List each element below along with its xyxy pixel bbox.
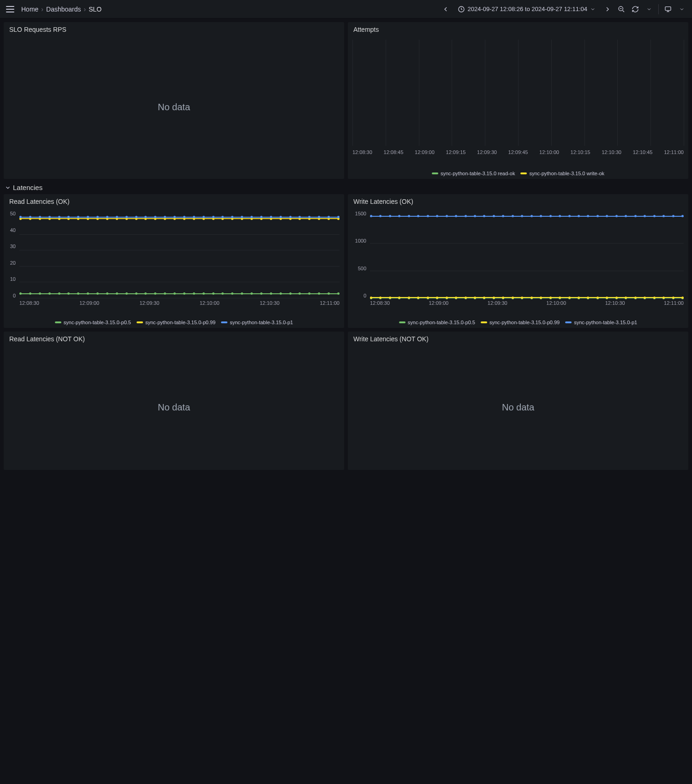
refresh-interval-button[interactable]: [643, 3, 656, 16]
chevron-down-icon: [646, 6, 652, 12]
time-range-label: 2024-09-27 12:08:26 to 2024-09-27 12:11:…: [468, 6, 588, 12]
series-line: [370, 216, 684, 217]
x-tick: 12:10:15: [571, 149, 591, 155]
legend-item[interactable]: sync-python-table-3.15.0-p0.5: [399, 320, 475, 325]
x-tick: 12:09:00: [415, 149, 435, 155]
breadcrumb-home[interactable]: Home: [21, 6, 38, 13]
panel-slo-requests-rps[interactable]: SLO Requests RPS No data: [4, 22, 344, 179]
breadcrumb-sep: ›: [84, 6, 86, 13]
svg-rect-2: [665, 6, 671, 10]
x-tick: 12:11:00: [320, 300, 340, 306]
time-range-next-button[interactable]: [601, 3, 614, 16]
y-tick: 0: [13, 293, 16, 298]
series-line: [19, 217, 340, 218]
chevron-down-icon: [679, 6, 685, 12]
refresh-icon: [632, 6, 639, 13]
panel-write-latencies-not-ok[interactable]: Write Latencies (NOT OK) No data: [348, 332, 688, 470]
chart-legend: sync-python-table-3.15.0-p0.5sync-python…: [4, 318, 344, 328]
panel-read-latencies-ok[interactable]: Read Latencies (OK) 50403020100 12:08:30…: [4, 194, 344, 328]
panel-attempts[interactable]: Attempts 12:08:3012:08:4512:09:0012:09:1…: [348, 22, 688, 179]
time-range-picker[interactable]: 2024-09-27 12:08:26 to 2024-09-27 12:11:…: [453, 3, 601, 16]
y-tick: 500: [358, 266, 366, 271]
refresh-button[interactable]: [629, 3, 642, 16]
panel-read-latencies-not-ok[interactable]: Read Latencies (NOT OK) No data: [4, 332, 344, 470]
legend-item[interactable]: sync-python-table-3.15.0 write-ok: [520, 171, 604, 176]
no-data-label: No data: [4, 35, 344, 179]
x-tick: 12:10:00: [539, 149, 559, 155]
series-line: [370, 297, 684, 298]
legend-label: sync-python-table-3.15.0 read-ok: [441, 171, 515, 176]
legend-item[interactable]: sync-python-table-3.15.0-p0.99: [137, 320, 215, 325]
attempts-chart: 12:08:3012:08:4512:09:0012:09:1512:09:30…: [348, 35, 688, 169]
legend-item[interactable]: sync-python-table-3.15.0-p0.99: [481, 320, 560, 325]
legend-item[interactable]: sync-python-table-3.15.0-p1: [565, 320, 637, 325]
breadcrumb: Home › Dashboards › SLO: [21, 6, 101, 13]
legend-item[interactable]: sync-python-table-3.15.0-p1: [221, 320, 293, 325]
legend-swatch: [520, 172, 527, 174]
series-line: [19, 293, 340, 294]
chart-legend: sync-python-table-3.15.0-p0.5sync-python…: [348, 318, 688, 328]
legend-swatch: [55, 321, 61, 323]
panel-title: SLO Requests RPS: [4, 22, 344, 35]
breadcrumb-dashboards[interactable]: Dashboards: [46, 6, 81, 13]
x-tick: 12:08:30: [352, 149, 372, 155]
breadcrumb-current: SLO: [89, 6, 101, 13]
row-header-latencies[interactable]: Latencies: [4, 181, 688, 192]
no-data-label: No data: [348, 344, 688, 470]
time-range-prev-button[interactable]: [439, 3, 452, 16]
header-toolbar: 2024-09-27 12:08:26 to 2024-09-27 12:11:…: [439, 3, 689, 16]
panel-write-latencies-ok[interactable]: Write Latencies (OK) 150010005000 12:08:…: [348, 194, 688, 328]
panel-title: Read Latencies (OK): [4, 194, 344, 207]
x-tick: 12:10:30: [602, 149, 621, 155]
legend-label: sync-python-table-3.15.0-p1: [230, 320, 293, 325]
x-tick: 12:11:00: [664, 149, 684, 155]
x-tick: 12:10:45: [633, 149, 653, 155]
toolbar-divider: [658, 4, 659, 14]
chart-legend: sync-python-table-3.15.0 read-oksync-pyt…: [348, 169, 688, 179]
panel-title: Write Latencies (OK): [348, 194, 688, 207]
x-tick: 12:09:45: [508, 149, 528, 155]
no-data-label: No data: [4, 344, 344, 470]
legend-label: sync-python-table-3.15.0-p1: [574, 320, 637, 325]
legend-label: sync-python-table-3.15.0-p0.5: [408, 320, 475, 325]
menu-icon[interactable]: [4, 3, 17, 16]
y-tick: 40: [10, 227, 16, 233]
y-tick: 1000: [355, 238, 366, 244]
x-tick: 12:10:30: [605, 300, 625, 306]
panel-title: Attempts: [348, 22, 688, 35]
top-header: Home › Dashboards › SLO 2024-09-27 12:08…: [0, 0, 692, 18]
chevron-left-icon: [442, 6, 449, 13]
legend-label: sync-python-table-3.15.0 write-ok: [529, 171, 604, 176]
x-tick: 12:09:30: [477, 149, 497, 155]
kiosk-mode-button[interactable]: [662, 3, 674, 16]
legend-item[interactable]: sync-python-table-3.15.0 read-ok: [432, 171, 515, 176]
more-options-button[interactable]: [675, 3, 688, 16]
legend-label: sync-python-table-3.15.0-p0.99: [145, 320, 215, 325]
y-tick: 10: [10, 276, 16, 282]
x-tick: 12:08:45: [384, 149, 404, 155]
y-tick: 30: [10, 244, 16, 249]
y-tick: 50: [10, 211, 16, 216]
chevron-right-icon: [604, 6, 611, 13]
x-tick: 12:10:30: [260, 300, 280, 306]
legend-swatch: [221, 321, 227, 323]
x-tick: 12:10:00: [200, 300, 220, 306]
y-tick: 0: [364, 293, 366, 298]
legend-swatch: [432, 172, 438, 174]
legend-label: sync-python-table-3.15.0-p0.5: [64, 320, 131, 325]
legend-swatch: [399, 321, 406, 323]
x-tick: 12:09:00: [429, 300, 448, 306]
series-line: [19, 218, 340, 219]
read-ok-chart: 50403020100 12:08:3012:09:0012:09:3012:1…: [4, 207, 344, 318]
zoom-out-button[interactable]: [615, 3, 628, 16]
breadcrumb-sep: ›: [41, 6, 43, 13]
legend-swatch: [481, 321, 487, 323]
x-tick: 12:09:30: [488, 300, 507, 306]
chevron-down-icon: [590, 6, 596, 12]
x-tick: 12:11:00: [664, 300, 684, 306]
y-tick: 20: [10, 260, 16, 266]
x-tick: 12:10:00: [546, 300, 566, 306]
monitor-icon: [664, 6, 672, 13]
legend-label: sync-python-table-3.15.0-p0.99: [489, 320, 560, 325]
legend-item[interactable]: sync-python-table-3.15.0-p0.5: [55, 320, 131, 325]
